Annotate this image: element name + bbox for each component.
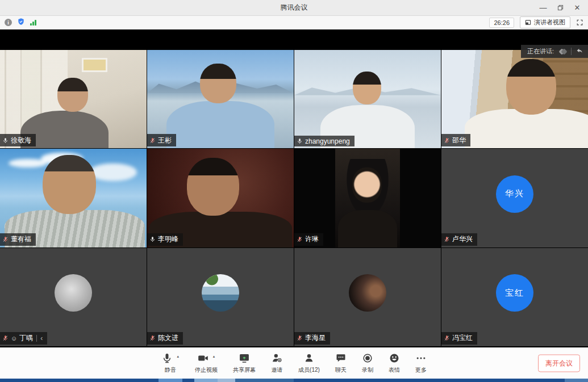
participant-video <box>147 50 294 148</box>
person-head <box>353 72 381 104</box>
person-add-icon <box>271 352 283 366</box>
avatar <box>349 274 386 312</box>
window-title: 腾讯会议 <box>0 3 588 12</box>
participant-nameplate: 卢华兴 <box>441 233 477 246</box>
participant-avatar-area: 华兴 <box>441 149 588 247</box>
toolbar-button-person[interactable]: 成员(12) <box>298 352 320 374</box>
taskbar-edge <box>0 379 588 382</box>
toolbar-button-camera[interactable]: ▲ 停止视频 <box>195 352 218 374</box>
participant-tile[interactable]: 李明峰 <box>147 149 294 247</box>
toolbar-button-label: 表情 <box>389 366 400 374</box>
speaking-banner: 正在讲话: <box>521 45 588 58</box>
person-silhouette <box>166 101 275 148</box>
tencent-meeting-logo-icon <box>560 49 566 54</box>
toolbar-button-screen-share[interactable]: 共享屏幕 <box>233 352 256 374</box>
participant-name: 李海星 <box>305 333 326 343</box>
participant-tile[interactable]: 宝红 冯宝红 <box>441 248 588 346</box>
participant-tile[interactable]: 王彬 <box>147 50 294 148</box>
mic-status-icon <box>444 236 450 242</box>
meeting-timer: 26:26 <box>489 18 514 28</box>
participant-name: 冯宝红 <box>452 333 473 343</box>
participant-name: 李明峰 <box>158 234 178 244</box>
toolbar-button-record[interactable]: 录制 <box>362 352 373 374</box>
security-shield-icon[interactable] <box>17 18 25 28</box>
record-icon <box>362 352 373 366</box>
participant-nameplate: 王彬 <box>147 134 176 146</box>
toolbar-button-label: 静音 <box>165 366 176 374</box>
speaking-label: 正在讲话: <box>527 47 554 56</box>
person-head <box>187 158 239 216</box>
chat-icon <box>335 352 347 366</box>
participant-tile[interactable]: 李海星 <box>294 248 441 346</box>
participant-tile[interactable]: 徐敬海 <box>0 50 147 148</box>
participant-tile[interactable]: 邵华 <box>441 50 588 148</box>
avatar: 华兴 <box>496 175 533 213</box>
participant-video <box>294 50 441 148</box>
mic-status-icon <box>444 335 450 341</box>
participant-avatar-area: 宝红 <box>441 248 588 346</box>
minimize-icon[interactable]: — <box>536 2 551 14</box>
network-signal-icon[interactable] <box>30 19 36 26</box>
mic-status-icon <box>297 236 303 242</box>
expand-caret-icon[interactable]: ▲ <box>212 355 216 358</box>
participant-nameplate: ☺丁喁 ‹ <box>0 332 47 345</box>
emoji-in-name: ☺ <box>11 335 17 342</box>
toolbar-button-label: 聊天 <box>335 366 347 374</box>
toolbar-button-person-add[interactable]: 邀请 <box>271 352 283 374</box>
participant-name: 王彬 <box>158 136 172 145</box>
avatar-text: 华兴 <box>505 188 524 199</box>
toolbar-button-label: 更多 <box>415 366 427 374</box>
participant-name: 许琳 <box>305 234 319 244</box>
mic-status-icon <box>2 335 9 341</box>
smiley-icon <box>389 352 400 366</box>
speaker-view-button[interactable]: 演讲者视图 <box>520 16 570 28</box>
leave-meeting-button[interactable]: 离开会议 <box>538 355 580 372</box>
divider <box>571 48 572 55</box>
participant-nameplate: 许琳 <box>294 233 323 246</box>
mic-status-icon <box>149 335 156 341</box>
participant-name: 董有福 <box>11 234 31 244</box>
toolbar-button-smiley[interactable]: 表情 <box>389 352 400 374</box>
participant-tile[interactable]: 华兴 卢华兴 <box>441 149 588 247</box>
participant-tile[interactable]: 许琳 <box>294 149 441 247</box>
participant-name: 邵华 <box>452 136 466 145</box>
participant-name: 卢华兴 <box>452 234 473 244</box>
screen-share-icon <box>239 352 250 366</box>
participant-tile[interactable]: ☺丁喁 ‹ <box>0 248 147 346</box>
participant-tile[interactable]: 陈文进 <box>147 248 294 346</box>
mic-status-icon <box>149 137 156 144</box>
toolbar-button-label: 共享屏幕 <box>233 366 256 374</box>
toolbar-button-mic[interactable]: ▲ 静音 <box>161 352 180 374</box>
person-head <box>352 167 382 203</box>
toolbar-button-more[interactable]: 更多 <box>415 352 427 374</box>
expand-caret-icon[interactable]: ▲ <box>176 355 180 358</box>
participant-video <box>0 50 147 148</box>
participant-nameplate: 冯宝红 <box>441 332 477 345</box>
person-head <box>43 155 96 214</box>
close-icon[interactable]: ✕ <box>570 2 585 14</box>
participant-tile[interactable]: zhangyunpeng <box>294 50 441 148</box>
collapse-chevron-icon[interactable]: ‹ <box>40 335 43 342</box>
participant-nameplate: 李海星 <box>294 332 330 345</box>
participant-video <box>147 149 294 247</box>
meeting-topbar: i 26:26 演讲者视图 <box>0 16 588 30</box>
mic-icon <box>161 352 173 366</box>
participant-tile[interactable]: 董有福 <box>0 149 147 247</box>
restore-icon[interactable] <box>553 2 568 14</box>
speaker-view-label: 演讲者视图 <box>534 18 565 27</box>
restore-banner-arrow-icon[interactable] <box>576 47 583 57</box>
avatar: 宝红 <box>496 274 533 312</box>
participant-video <box>441 50 588 148</box>
mic-status-icon <box>149 236 156 242</box>
toolbar-button-chat[interactable]: 聊天 <box>335 352 347 374</box>
mic-status-icon <box>2 137 9 144</box>
mic-status-icon <box>297 138 303 144</box>
person-icon <box>303 352 315 366</box>
meeting-info-icon[interactable]: i <box>5 19 12 26</box>
control-buttons: ▲ 静音 ▲ 停止视频 共享屏幕 邀请 成员(12) 聊天 录制 表情 更多 <box>161 352 427 374</box>
video-stage: 正在讲话: 徐敬海 <box>0 30 588 347</box>
person-head <box>506 59 556 115</box>
mic-status-icon <box>297 335 303 341</box>
toolbar-button-label: 录制 <box>362 366 373 374</box>
fullscreen-icon[interactable] <box>576 19 583 26</box>
